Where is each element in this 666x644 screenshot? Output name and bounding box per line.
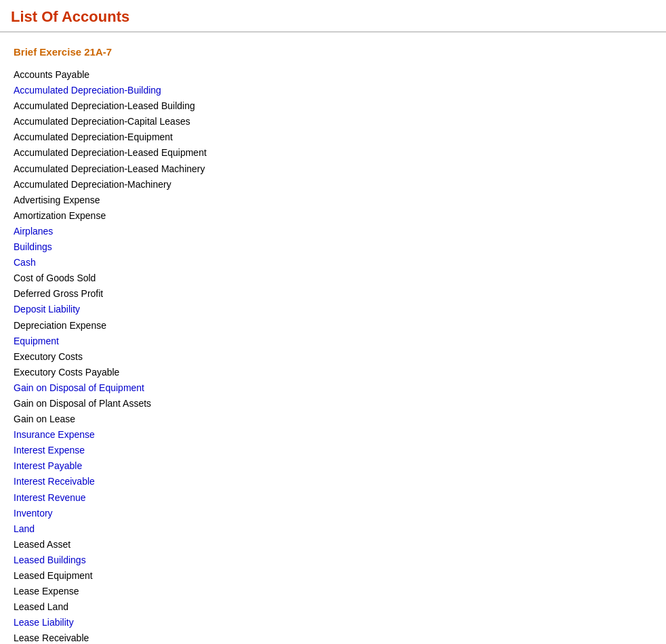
list-item[interactable]: Depreciation Expense <box>14 318 652 334</box>
list-item[interactable]: Accounts Payable <box>14 67 652 83</box>
list-item[interactable]: Executory Costs Payable <box>14 365 652 380</box>
list-item[interactable]: Amortization Expense <box>14 208 652 224</box>
list-item[interactable]: Cash <box>14 255 652 270</box>
list-item[interactable]: Accumulated Depreciation-Equipment <box>14 129 652 145</box>
list-item[interactable]: Accumulated Depreciation-Capital Leases <box>14 114 652 129</box>
list-item[interactable]: Lease Expense <box>14 584 652 599</box>
page-header: List Of Accounts <box>0 0 666 33</box>
page-title: List Of Accounts <box>11 8 655 26</box>
list-item[interactable]: Inventory <box>14 506 652 521</box>
section-title: Brief Exercise 21A-7 <box>14 46 652 58</box>
list-item[interactable]: Airplanes <box>14 224 652 239</box>
list-item[interactable]: Executory Costs <box>14 349 652 365</box>
list-item[interactable]: Insurance Expense <box>14 427 652 443</box>
page-content: Brief Exercise 21A-7 Accounts PayableAcc… <box>0 33 666 644</box>
list-item[interactable]: Buildings <box>14 239 652 255</box>
account-list: Accounts PayableAccumulated Depreciation… <box>14 67 652 644</box>
list-item[interactable]: Interest Receivable <box>14 474 652 489</box>
list-item[interactable]: Accumulated Depreciation-Leased Machiner… <box>14 161 652 177</box>
list-item[interactable]: Lease Liability <box>14 615 652 630</box>
list-item[interactable]: Leased Buildings <box>14 552 652 568</box>
list-item[interactable]: Leased Asset <box>14 537 652 552</box>
list-item[interactable]: Accumulated Depreciation-Building <box>14 83 652 98</box>
list-item[interactable]: Accumulated Depreciation-Leased Equipmen… <box>14 145 652 161</box>
list-item[interactable]: Land <box>14 521 652 537</box>
list-item[interactable]: Interest Revenue <box>14 490 652 506</box>
list-item[interactable]: Gain on Lease <box>14 411 652 427</box>
list-item[interactable]: Gain on Disposal of Equipment <box>14 380 652 396</box>
list-item[interactable]: Interest Payable <box>14 458 652 474</box>
list-item[interactable]: Equipment <box>14 334 652 349</box>
list-item[interactable]: Deferred Gross Profit <box>14 286 652 302</box>
list-item[interactable]: Interest Expense <box>14 443 652 458</box>
list-item[interactable]: Advertising Expense <box>14 193 652 208</box>
list-item[interactable]: Deposit Liability <box>14 302 652 317</box>
list-item[interactable]: Gain on Disposal of Plant Assets <box>14 396 652 411</box>
list-item[interactable]: Cost of Goods Sold <box>14 270 652 286</box>
list-item[interactable]: Leased Equipment <box>14 568 652 584</box>
list-item[interactable]: Leased Land <box>14 599 652 615</box>
list-item[interactable]: Accumulated Depreciation-Leased Building <box>14 98 652 114</box>
list-item[interactable]: Lease Receivable <box>14 630 652 644</box>
list-item[interactable]: Accumulated Depreciation-Machinery <box>14 177 652 193</box>
